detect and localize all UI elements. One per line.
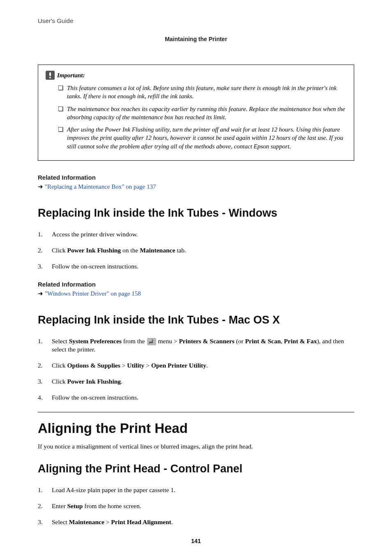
related-info-heading: Related Information xyxy=(38,281,354,288)
important-item: After using the Power Ink Flushing utili… xyxy=(58,125,346,150)
apple-menu-icon xyxy=(147,338,156,345)
related-link-row: ➜ "Windows Printer Driver" on page 158 xyxy=(38,290,354,297)
text: tab. xyxy=(175,247,186,254)
text: Click xyxy=(52,362,67,369)
link-arrow-icon: ➜ xyxy=(38,184,43,190)
svg-rect-0 xyxy=(49,72,51,76)
text: Select xyxy=(52,338,69,345)
text: Click xyxy=(52,378,67,385)
step: Access the printer driver window. xyxy=(38,230,354,239)
important-callout: Important: This feature consumes a lot o… xyxy=(38,65,354,161)
text: Select xyxy=(52,518,69,525)
important-label: Important: xyxy=(57,72,85,79)
section-title-control-panel: Aligning the Print Head - Control Panel xyxy=(38,462,354,475)
text: > xyxy=(144,362,151,369)
topic-title-align: Aligning the Print Head xyxy=(38,412,354,436)
related-link[interactable]: "Replacing a Maintenance Box" on page 13… xyxy=(45,183,156,190)
text-bold: Power Ink Flushing xyxy=(67,378,121,385)
related-info-heading: Related Information xyxy=(38,174,354,181)
text: menu > xyxy=(157,338,179,345)
text: > xyxy=(104,518,111,525)
text: Enter xyxy=(52,502,67,509)
page-number: 141 xyxy=(0,538,392,544)
step: Click Power Ink Flushing on the Maintena… xyxy=(38,246,354,255)
svg-rect-1 xyxy=(49,77,51,79)
text-bold: Setup xyxy=(67,502,83,509)
steps-control-panel: Load A4-size plain paper in the paper ca… xyxy=(38,486,354,527)
text: from the xyxy=(122,338,147,345)
step: Select System Preferences from the menu … xyxy=(38,337,354,354)
related-link[interactable]: "Windows Printer Driver" on page 158 xyxy=(45,290,141,297)
text-bold: System Preferences xyxy=(69,338,122,345)
text-bold: Options & Supplies xyxy=(67,362,120,369)
header-guide-label: User's Guide xyxy=(38,17,354,24)
text: on the xyxy=(121,247,140,254)
text-bold: Maintenance xyxy=(140,247,175,254)
step: Click Power Ink Flushing. xyxy=(38,377,354,386)
step: Enter Setup from the home screen. xyxy=(38,502,354,511)
text-bold: Print & Scan xyxy=(245,338,281,345)
text: from the home screen. xyxy=(83,502,141,509)
step: Select Maintenance > Print Head Alignmen… xyxy=(38,518,354,527)
step: Load A4-size plain paper in the paper ca… xyxy=(38,486,354,495)
text-bold: Maintenance xyxy=(69,518,104,525)
step: Follow the on-screen instructions. xyxy=(38,262,354,271)
text: Click xyxy=(52,247,67,254)
important-icon xyxy=(46,71,55,80)
text: . xyxy=(171,518,173,525)
text: , xyxy=(281,338,284,345)
text-bold: Print & Fax xyxy=(284,338,317,345)
text: . xyxy=(121,378,122,385)
steps-mac: Select System Preferences from the menu … xyxy=(38,337,354,402)
text: . xyxy=(206,362,208,369)
text-bold: Printers & Scanners xyxy=(179,338,234,345)
important-item: The maintenance box reaches its capacity… xyxy=(58,105,346,122)
text-bold: Utility xyxy=(127,362,144,369)
breadcrumb: Maintaining the Printer xyxy=(38,36,354,42)
section-title-windows: Replacing Ink inside the Ink Tubes - Win… xyxy=(38,207,354,220)
link-arrow-icon: ➜ xyxy=(38,291,43,297)
steps-windows: Access the printer driver window. Click … xyxy=(38,230,354,271)
text: (or xyxy=(235,338,245,345)
step: Follow the on-screen instructions. xyxy=(38,393,354,402)
section-title-mac: Replacing Ink inside the Ink Tubes - Mac… xyxy=(38,314,354,326)
related-link-row: ➜ "Replacing a Maintenance Box" on page … xyxy=(38,183,354,190)
important-heading: Important: xyxy=(46,71,346,80)
topic-intro: If you notice a misalignment of vertical… xyxy=(38,443,354,450)
important-list: This feature consumes a lot of ink. Befo… xyxy=(46,84,346,150)
text-bold: Open Printer Utility xyxy=(151,362,206,369)
text: > xyxy=(120,362,127,369)
text-bold: Print Head Alignment xyxy=(111,518,171,525)
text-bold: Power Ink Flushing xyxy=(67,247,121,254)
step: Click Options & Supplies > Utility > Ope… xyxy=(38,361,354,370)
important-item: This feature consumes a lot of ink. Befo… xyxy=(58,84,346,101)
